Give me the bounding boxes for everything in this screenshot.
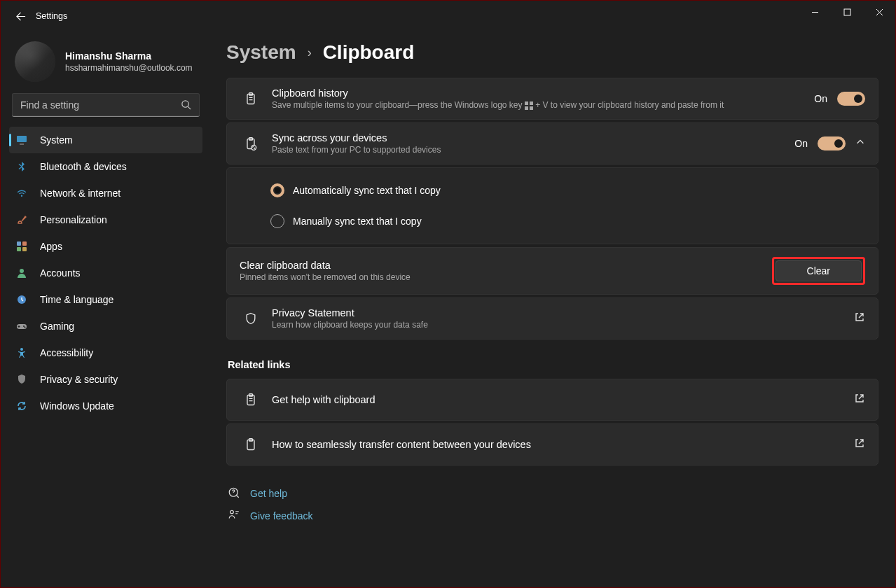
update-icon [16,400,36,412]
sidebar-item-gaming[interactable]: Gaming [9,313,202,340]
sidebar-item-label: Gaming [40,321,74,332]
apps-icon [16,241,36,252]
brush-icon [16,214,36,225]
sidebar-item-windows-update[interactable]: Windows Update [9,393,202,419]
card-sub: Pinned items won't be removed on this de… [240,272,772,282]
svg-point-12 [20,348,23,351]
help-clipboard-card[interactable]: Get help with clipboard [226,379,878,421]
sidebar-item-label: Privacy & security [40,374,118,385]
clock-icon [16,294,36,305]
sidebar-item-apps[interactable]: Apps [9,233,202,260]
state-label: On [794,138,808,149]
related-heading: Related links [228,359,878,370]
svg-point-10 [23,326,25,327]
radio-selected-icon [270,183,284,197]
sidebar-item-accounts[interactable]: Accounts [9,260,202,286]
breadcrumb-parent[interactable]: System [226,41,296,64]
user-block[interactable]: Himanshu Sharma hssharmahimanshu@outlook… [9,38,202,92]
gamepad-icon [16,321,36,332]
close-button[interactable] [863,1,895,23]
back-button[interactable] [8,4,33,29]
bluetooth-icon [16,161,36,172]
sync-option-manual[interactable]: Manually sync text that I copy [270,206,865,237]
svg-point-11 [25,327,26,328]
clear-button[interactable]: Clear [776,260,862,281]
sidebar-item-label: Accessibility [40,347,93,358]
svg-point-21 [251,145,256,150]
sidebar-item-bluetooth-devices[interactable]: Bluetooth & devices [9,153,202,180]
sync-card[interactable]: Sync across your devices Paste text from… [226,122,878,164]
content: System › Clipboard Clipboard history Sav… [211,31,895,587]
sidebar-item-accessibility[interactable]: Accessibility [9,340,202,366]
sync-toggle[interactable] [818,136,846,150]
card-title: Privacy Statement [272,307,854,318]
search-input[interactable] [12,93,200,117]
chevron-up-icon[interactable] [855,137,865,150]
sync-options-panel: Automatically sync text that I copy Manu… [226,167,878,244]
nav: SystemBluetooth & devicesNetwork & inter… [9,127,202,419]
accessibility-icon [16,347,36,358]
card-sub: Paste text from your PC to supported dev… [272,145,794,155]
app-title: Settings [36,11,67,21]
card-title: Clipboard history [272,88,814,99]
sidebar-item-label: Personalization [40,214,107,225]
feedback-icon [228,509,240,524]
sidebar-item-system[interactable]: System [9,127,202,153]
windows-key-icon [525,102,533,110]
history-toggle[interactable] [837,92,865,106]
svg-rect-6 [22,247,27,251]
sidebar-item-label: Time & language [40,294,113,305]
external-link-icon [854,312,865,326]
sidebar: Himanshu Sharma hssharmahimanshu@outlook… [1,31,211,587]
get-help-link[interactable]: Get help [228,482,878,505]
sidebar-item-label: Apps [40,241,62,252]
shield-icon [16,374,36,385]
chevron-right-icon: › [308,46,312,60]
bottom-links: Get help Give feedback [226,482,878,527]
card-title: How to seamlessly transfer content betwe… [272,439,854,450]
help-icon [228,486,240,501]
transfer-card[interactable]: How to seamlessly transfer content betwe… [226,424,878,465]
card-sub: Learn how clipboard keeps your data safe [272,320,854,330]
sidebar-item-network-internet[interactable]: Network & internet [9,180,202,206]
maximize-button[interactable] [831,1,863,23]
sidebar-item-label: Network & internet [40,188,120,199]
external-link-icon [854,393,865,407]
card-title: Clear clipboard data [240,260,772,271]
clipboard-icon [240,92,262,106]
minimize-button[interactable] [799,1,831,23]
user-name: Himanshu Sharma [65,50,193,62]
sidebar-item-personalization[interactable]: Personalization [9,206,202,233]
wifi-icon [16,188,36,199]
search-icon [181,99,191,113]
sidebar-item-time-language[interactable]: Time & language [9,286,202,313]
external-link-icon [854,438,865,451]
card-title: Get help with clipboard [272,394,854,405]
shield-icon [240,312,262,326]
svg-point-27 [230,510,234,514]
privacy-card[interactable]: Privacy Statement Learn how clipboard ke… [226,298,878,340]
clipboard-icon [240,393,262,407]
user-email: hssharmahimanshu@outlook.com [65,63,193,73]
clipboard-history-card[interactable]: Clipboard history Save multiple items to… [226,78,878,120]
feedback-link[interactable]: Give feedback [228,505,878,527]
svg-rect-4 [22,241,27,246]
avatar [15,41,55,82]
breadcrumb: System › Clipboard [226,41,878,64]
sidebar-item-label: System [40,134,73,146]
breadcrumb-current: Clipboard [323,41,415,64]
clear-button-highlight: Clear [772,257,865,285]
svg-rect-0 [844,9,850,15]
clear-clipboard-card: Clear clipboard data Pinned items won't … [226,247,878,295]
card-title: Sync across your devices [272,132,794,144]
svg-rect-15 [525,102,528,105]
sidebar-item-privacy-security[interactable]: Privacy & security [9,366,202,393]
svg-point-1 [182,101,188,107]
card-sub: Save multiple items to your clipboard—pr… [272,100,814,110]
svg-rect-2 [17,136,27,142]
sync-clipboard-icon [240,136,262,150]
sync-option-auto[interactable]: Automatically sync text that I copy [270,175,865,206]
svg-rect-5 [17,247,21,251]
titlebar: Settings [1,1,895,31]
svg-rect-17 [525,106,528,110]
